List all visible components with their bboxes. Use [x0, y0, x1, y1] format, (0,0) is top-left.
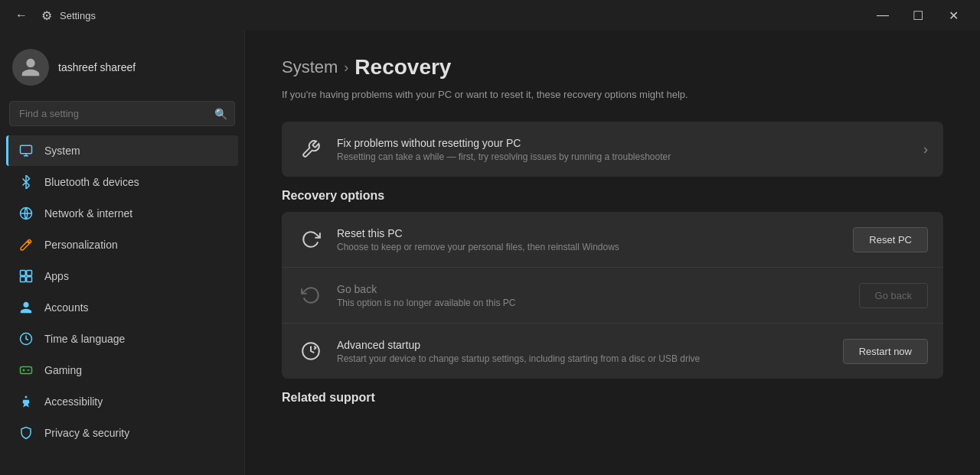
- app-icon: ⚙: [41, 8, 52, 23]
- reset-pc-desc: Choose to keep or remove your personal f…: [337, 242, 841, 252]
- breadcrumb-arrow: ›: [344, 60, 348, 76]
- advanced-startup-text: Advanced startup Restart your device to …: [337, 339, 831, 364]
- app-layout: tashreef shareef 🔍 System Bluetooth & de…: [0, 31, 980, 475]
- recovery-options-card: Reset this PC Choose to keep or remove y…: [282, 212, 943, 379]
- sidebar-item-privacy[interactable]: Privacy & security: [6, 418, 238, 448]
- fix-problems-card: Fix problems without resetting your PC R…: [282, 122, 943, 177]
- svg-rect-2: [21, 271, 26, 276]
- bluetooth-icon: [18, 174, 34, 190]
- reset-icon: [297, 226, 325, 253]
- accessibility-icon: [18, 394, 34, 409]
- go-back-item: Go back This option is no longer availab…: [282, 268, 943, 324]
- svg-rect-4: [21, 277, 26, 282]
- sidebar-item-gaming[interactable]: Gaming: [6, 355, 238, 386]
- sidebar-item-accounts[interactable]: Accounts: [6, 292, 238, 323]
- sidebar-item-time-label: Time & language: [44, 333, 125, 345]
- minimize-button[interactable]: —: [865, 3, 900, 28]
- close-button[interactable]: ✕: [936, 3, 971, 28]
- breadcrumb: System › Recovery: [282, 55, 943, 80]
- network-icon: [18, 206, 34, 221]
- gaming-icon: [18, 363, 34, 378]
- go-back-button[interactable]: Go back: [859, 283, 928, 308]
- titlebar: ← ⚙ Settings — ☐ ✕: [0, 0, 980, 31]
- user-profile[interactable]: tashreef shareef: [0, 43, 244, 101]
- accounts-icon: [18, 300, 34, 315]
- content-area: System › Recovery If you're having probl…: [245, 31, 980, 475]
- sidebar-item-personalization-label: Personalization: [44, 239, 118, 251]
- sidebar-item-system[interactable]: System: [6, 135, 238, 166]
- maximize-button[interactable]: ☐: [900, 3, 936, 28]
- reset-pc-item: Reset this PC Choose to keep or remove y…: [282, 212, 943, 268]
- advanced-startup-title: Advanced startup: [337, 339, 831, 351]
- avatar: [12, 49, 49, 86]
- sidebar-item-bluetooth-label: Bluetooth & devices: [44, 176, 139, 188]
- fix-problems-desc: Resetting can take a while — first, try …: [337, 151, 911, 162]
- chevron-right-icon: ›: [923, 142, 928, 158]
- go-back-desc: This option is no longer available on th…: [337, 298, 847, 308]
- fix-problems-action: ›: [923, 142, 928, 158]
- recovery-options-title: Recovery options: [282, 189, 943, 203]
- fix-problems-title: Fix problems without resetting your PC: [337, 137, 911, 149]
- sidebar-item-bluetooth[interactable]: Bluetooth & devices: [6, 167, 238, 197]
- fix-problems-item[interactable]: Fix problems without resetting your PC R…: [282, 122, 943, 177]
- search-box[interactable]: 🔍: [9, 101, 235, 126]
- sidebar-item-privacy-label: Privacy & security: [44, 427, 129, 439]
- page-title: Recovery: [354, 55, 451, 80]
- personalization-icon: [18, 237, 34, 252]
- search-icon: 🔍: [214, 108, 227, 120]
- reset-pc-action: Reset PC: [853, 227, 928, 252]
- window-title: Settings: [60, 10, 96, 21]
- search-input[interactable]: [9, 101, 235, 126]
- reset-pc-button[interactable]: Reset PC: [853, 227, 928, 252]
- window-controls: — ☐ ✕: [865, 3, 971, 28]
- goback-icon: [297, 281, 325, 309]
- sidebar: tashreef shareef 🔍 System Bluetooth & de…: [0, 31, 245, 475]
- go-back-title: Go back: [337, 283, 847, 295]
- svg-rect-7: [21, 367, 32, 374]
- sidebar-item-system-label: System: [44, 145, 80, 157]
- sidebar-item-accessibility-label: Accessibility: [44, 395, 103, 408]
- restart-now-button[interactable]: Restart now: [843, 339, 928, 364]
- apps-icon: [18, 268, 34, 284]
- reset-pc-text: Reset this PC Choose to keep or remove y…: [337, 227, 841, 252]
- advanced-icon: [297, 337, 325, 365]
- back-button[interactable]: ←: [9, 3, 34, 28]
- wrench-icon: [297, 135, 325, 163]
- advanced-startup-action: Restart now: [843, 339, 928, 364]
- go-back-action: Go back: [859, 283, 928, 308]
- sidebar-item-network[interactable]: Network & internet: [6, 198, 238, 229]
- advanced-startup-desc: Restart your device to change startup se…: [337, 353, 831, 364]
- system-icon: [18, 143, 34, 158]
- sidebar-item-apps-label: Apps: [44, 270, 69, 282]
- svg-point-8: [25, 396, 28, 399]
- privacy-icon: [18, 425, 34, 441]
- time-icon: [18, 331, 34, 346]
- sidebar-item-gaming-label: Gaming: [44, 364, 82, 376]
- svg-rect-0: [21, 145, 32, 154]
- fix-problems-text: Fix problems without resetting your PC R…: [337, 137, 911, 162]
- sidebar-item-personalization[interactable]: Personalization: [6, 229, 238, 260]
- sidebar-item-accessibility[interactable]: Accessibility: [6, 386, 238, 417]
- sidebar-item-network-label: Network & internet: [44, 207, 132, 220]
- username: tashreef shareef: [58, 61, 136, 73]
- page-subtitle: If you're having problems with your PC o…: [282, 89, 943, 100]
- go-back-text: Go back This option is no longer availab…: [337, 283, 847, 308]
- advanced-startup-item: Advanced startup Restart your device to …: [282, 324, 943, 379]
- reset-pc-title: Reset this PC: [337, 227, 841, 239]
- svg-rect-5: [27, 277, 32, 282]
- sidebar-item-apps[interactable]: Apps: [6, 261, 238, 291]
- breadcrumb-parent[interactable]: System: [282, 57, 338, 77]
- related-support-title: Related support: [282, 391, 943, 405]
- svg-rect-3: [27, 271, 32, 276]
- sidebar-item-accounts-label: Accounts: [44, 301, 89, 314]
- sidebar-item-time[interactable]: Time & language: [6, 324, 238, 354]
